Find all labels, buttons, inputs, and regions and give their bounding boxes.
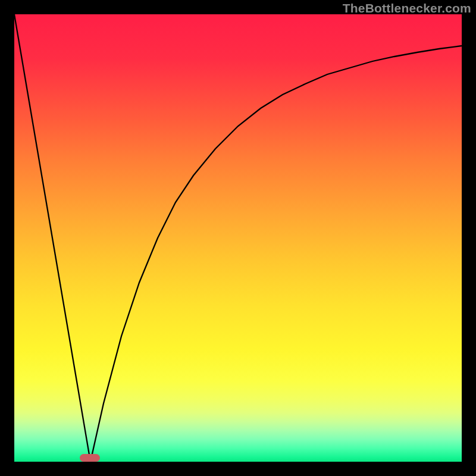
plot-area (14, 14, 462, 462)
chart-frame: TheBottlenecker.com (0, 0, 476, 476)
watermark-text: TheBottlenecker.com (343, 1, 471, 15)
curve-left-segment (14, 14, 90, 462)
bottleneck-curve (14, 14, 462, 462)
vertex-marker (80, 454, 100, 462)
curve-right-segment (90, 46, 462, 462)
